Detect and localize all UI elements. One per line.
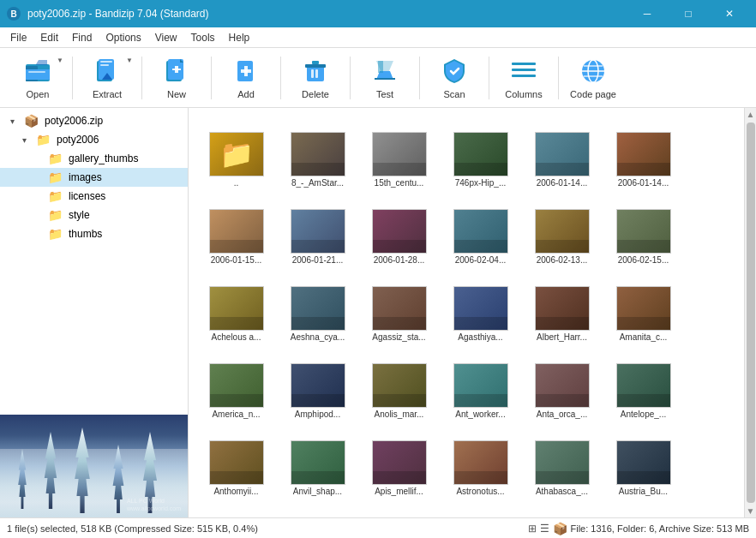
- scrollbar[interactable]: ▲ ▼: [744, 108, 756, 517]
- menu-item-edit[interactable]: Edit: [33, 30, 65, 45]
- toolbar-sep-1: [72, 57, 73, 99]
- file-item-18[interactable]: America_n...: [195, 346, 277, 423]
- file-item-11[interactable]: 2006-02-15...: [603, 192, 684, 269]
- file-name-19: Amphipod...: [295, 409, 340, 420]
- sidebar-item-thumbs[interactable]: 📁 thumbs: [0, 224, 188, 243]
- file-item-32[interactable]: Bismuth_cr...: [358, 500, 440, 517]
- file-item-34[interactable]: Boelge_sto...: [521, 500, 603, 517]
- list-icon[interactable]: ☰: [540, 523, 549, 535]
- file-item-0[interactable]: 📁 ..: [195, 115, 277, 192]
- file-item-9[interactable]: 2006-02-04...: [440, 192, 521, 269]
- file-item-22[interactable]: Anta_orca_...: [521, 346, 603, 423]
- file-item-30[interactable]: Berlin_Wor...: [195, 500, 277, 517]
- file-item-14[interactable]: Agassiz_sta...: [358, 269, 440, 346]
- file-name-2: 15th_centu...: [375, 178, 424, 188]
- file-item-16[interactable]: Albert_Harr...: [521, 269, 603, 346]
- codepage-icon: [579, 57, 608, 86]
- file-item-2[interactable]: 15th_centu...: [358, 115, 440, 192]
- file-name-27: Astronotus...: [456, 487, 504, 497]
- toolbar-btn-add[interactable]: Add: [215, 51, 277, 105]
- file-item-12[interactable]: Achelous a...: [195, 269, 277, 346]
- sidebar-item-style[interactable]: 📁 style: [0, 206, 188, 224]
- toolbar-sep-3: [211, 57, 212, 99]
- file-name-12: Achelous a...: [212, 332, 261, 343]
- file-item-6[interactable]: 2006-01-15...: [195, 192, 277, 269]
- grid-icon[interactable]: ⊞: [528, 523, 537, 535]
- svg-rect-21: [512, 75, 536, 77]
- open-label: Open: [27, 89, 50, 99]
- sidebar-item-licenses[interactable]: 📁 licenses: [0, 187, 188, 206]
- toolbar-btn-delete[interactable]: Delete: [285, 51, 346, 105]
- file-item-25[interactable]: Anvil_shap...: [277, 423, 358, 500]
- svg-rect-18: [315, 69, 318, 78]
- file-item-3[interactable]: 746px-Hip_...: [440, 115, 521, 192]
- menu-item-file[interactable]: File: [3, 30, 33, 45]
- svg-rect-13: [241, 69, 251, 73]
- test-label: Test: [376, 89, 393, 99]
- file-item-7[interactable]: 2006-01-21...: [277, 192, 358, 269]
- file-item-27[interactable]: Astronotus...: [440, 423, 521, 500]
- file-item-10[interactable]: 2006-02-13...: [521, 192, 603, 269]
- file-item-31[interactable]: Bill_Thom...: [277, 500, 358, 517]
- file-item-13[interactable]: Aeshna_cya...: [277, 269, 358, 346]
- file-item-5[interactable]: 2006-01-14...: [603, 115, 684, 192]
- file-item-24[interactable]: Anthomyii...: [195, 423, 277, 500]
- file-item-21[interactable]: Ant_worker...: [440, 346, 521, 423]
- open-icon: [23, 57, 52, 86]
- file-item-35[interactable]: Brazilian_N...: [603, 500, 684, 517]
- folder-label-thumbs: thumbs: [69, 228, 102, 240]
- toolbar-btn-new[interactable]: New: [146, 51, 207, 105]
- toolbar-btn-scan[interactable]: Scan: [423, 51, 485, 105]
- new-label: New: [167, 89, 186, 99]
- menu-item-find[interactable]: Find: [65, 30, 99, 45]
- open-arrow: ▼: [57, 57, 63, 64]
- folder-label-zip-root: poty2006.zip: [45, 115, 103, 127]
- file-item-26[interactable]: Apis_mellif...: [358, 423, 440, 500]
- sidebar-item-zip-root[interactable]: ▾ 📦 poty2006.zip: [0, 111, 188, 130]
- sidebar-item-poty2006[interactable]: ▾ 📁 poty2006: [0, 130, 188, 149]
- toolbar-btn-columns[interactable]: Columns: [493, 51, 555, 105]
- folder-icon-licenses: 📁: [48, 189, 63, 203]
- file-item-1[interactable]: 8_-_AmStar...: [277, 115, 358, 192]
- file-name-23: Antelope_...: [621, 409, 666, 420]
- toolbar-btn-extract[interactable]: Extract ▼: [76, 51, 138, 105]
- file-item-15[interactable]: Agasthiya...: [440, 269, 521, 346]
- menu-item-help[interactable]: Help: [222, 30, 257, 45]
- file-name-11: 2006-02-15...: [618, 255, 669, 266]
- folder-icon-zip-root: 📦: [24, 114, 39, 128]
- codepage-label: Code page: [570, 89, 616, 99]
- file-name-16: Albert_Harr...: [537, 332, 587, 343]
- file-name-0: ..: [234, 178, 239, 188]
- toolbar-btn-codepage[interactable]: Code page: [562, 51, 624, 105]
- file-item-20[interactable]: Anolis_mar...: [358, 346, 440, 423]
- file-item-23[interactable]: Antelope_...: [603, 346, 684, 423]
- file-item-28[interactable]: Athabasca_...: [521, 423, 603, 500]
- svg-rect-20: [512, 69, 536, 71]
- file-item-29[interactable]: Austria_Bu...: [603, 423, 684, 500]
- file-item-19[interactable]: Amphipod...: [277, 346, 358, 423]
- menu-item-view[interactable]: View: [148, 30, 184, 45]
- window-controls: ─ □ ✕: [627, 0, 749, 27]
- toolbar-btn-test[interactable]: Test: [354, 51, 416, 105]
- file-item-33[interactable]: Black-head...: [440, 500, 521, 517]
- add-label: Add: [237, 89, 255, 99]
- sidebar-item-images[interactable]: 📁 images: [0, 168, 188, 187]
- file-item-17[interactable]: Amanita_c...: [603, 269, 684, 346]
- file-name-9: 2006-02-04...: [455, 255, 507, 266]
- folder-icon-style: 📁: [48, 208, 63, 222]
- file-item-4[interactable]: 2006-01-14...: [521, 115, 603, 192]
- svg-rect-17: [311, 69, 314, 78]
- file-name-8: 2006-01-28...: [374, 255, 425, 266]
- file-name-4: 2006-01-14...: [537, 178, 588, 188]
- file-item-8[interactable]: 2006-01-28...: [358, 192, 440, 269]
- toolbar-btn-open[interactable]: Open ▼: [7, 51, 69, 105]
- main-area: ▾ 📦 poty2006.zip ▾ 📁 poty2006 📁 gallery_…: [0, 108, 756, 517]
- sidebar-item-gallery_thumbs[interactable]: 📁 gallery_thumbs: [0, 149, 188, 168]
- menu-item-options[interactable]: Options: [99, 30, 147, 45]
- folder-label-poty2006: poty2006: [57, 134, 99, 146]
- file-name-7: 2006-01-21...: [292, 255, 344, 266]
- menu-item-tools[interactable]: Tools: [184, 30, 222, 45]
- maximize-button[interactable]: □: [669, 0, 708, 27]
- close-button[interactable]: ✕: [710, 0, 749, 27]
- minimize-button[interactable]: ─: [627, 0, 667, 27]
